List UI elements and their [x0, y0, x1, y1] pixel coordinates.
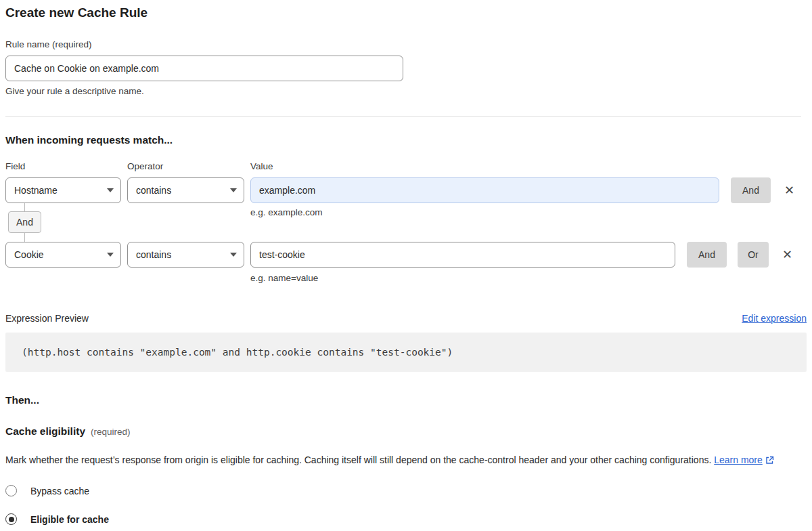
match-section: When incoming requests match... Field Op… — [5, 134, 807, 283]
field-select-value: Hostname — [14, 185, 102, 196]
radio-option-eligible-for-cache[interactable]: Eligible for cache — [5, 513, 807, 525]
expression-preview-label: Expression Preview — [5, 313, 89, 324]
field-select[interactable]: Cookie — [5, 242, 121, 268]
radio-option-label: Bypass cache — [30, 486, 89, 496]
description-text: Mark whether the request’s response from… — [5, 454, 711, 465]
rule-name-input[interactable] — [5, 56, 403, 81]
condition-column-headers: Field Operator Value — [5, 161, 807, 171]
value-input[interactable] — [250, 242, 675, 268]
add-or-condition-button[interactable]: Or — [738, 242, 769, 268]
required-note: (required) — [91, 427, 131, 437]
rule-name-help: Give your rule a descriptive name. — [5, 86, 807, 96]
cache-eligibility-heading: Cache eligibility (required) — [5, 425, 807, 438]
value-input[interactable] — [250, 177, 719, 203]
radio-option-bypass-cache[interactable]: Bypass cache — [5, 485, 807, 496]
chevron-down-icon — [107, 188, 114, 192]
operator-column-label: Operator — [127, 161, 244, 171]
operator-select-value: contains — [136, 185, 225, 196]
chevron-down-icon — [107, 253, 114, 257]
add-and-condition-button[interactable]: And — [731, 177, 771, 203]
external-link-icon — [765, 456, 774, 465]
value-column-label: Value — [250, 161, 273, 171]
add-and-condition-button[interactable]: And — [687, 242, 727, 268]
operator-select[interactable]: contains — [127, 242, 244, 268]
remove-condition-icon[interactable]: ✕ — [784, 184, 794, 196]
page-title: Create new Cache Rule — [5, 4, 807, 20]
edit-expression-link[interactable]: Edit expression — [742, 313, 807, 324]
operator-select[interactable]: contains — [127, 177, 244, 203]
condition-row: Hostname contains And ✕ — [5, 177, 807, 203]
match-heading: When incoming requests match... — [5, 134, 807, 146]
then-heading: Then... — [5, 394, 807, 406]
remove-condition-icon[interactable]: ✕ — [782, 249, 792, 261]
connector-and-button[interactable]: And — [8, 211, 41, 233]
rule-name-section: Rule name (required) Give your rule a de… — [5, 39, 807, 96]
expression-preview-header: Expression Preview Edit expression — [5, 313, 807, 324]
condition-connector-area: And e.g. example.com — [5, 203, 807, 242]
cache-eligibility-title: Cache eligibility — [5, 425, 85, 438]
rule-name-label: Rule name (required) — [5, 39, 807, 49]
learn-more-link[interactable]: Learn more — [714, 454, 763, 465]
field-column-label: Field — [5, 161, 121, 171]
cache-eligibility-description: Mark whether the request’s response from… — [5, 452, 785, 468]
radio-dot — [9, 517, 14, 522]
radio-option-label: Eligible for cache — [30, 514, 109, 525]
radio-unselected-icon[interactable] — [5, 485, 17, 496]
radio-selected-icon[interactable] — [5, 513, 17, 525]
chevron-down-icon — [230, 188, 237, 192]
field-select-value: Cookie — [14, 249, 102, 260]
value-hint: e.g. name=value — [250, 273, 807, 283]
value-hint: e.g. example.com — [250, 207, 323, 217]
field-select[interactable]: Hostname — [5, 177, 121, 203]
expression-code-block: (http.host contains "example.com" and ht… — [5, 333, 807, 372]
chevron-down-icon — [230, 253, 237, 257]
condition-row: Cookie contains And Or ✕ — [5, 242, 807, 268]
section-divider — [5, 116, 801, 117]
operator-select-value: contains — [136, 249, 225, 260]
